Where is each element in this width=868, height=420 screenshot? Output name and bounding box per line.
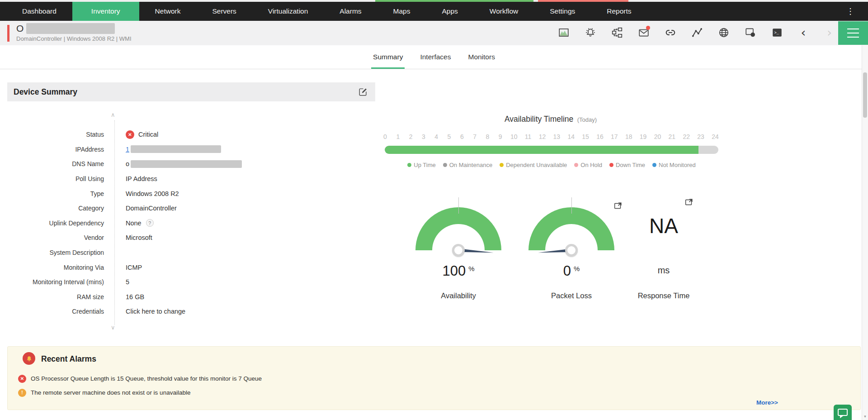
area-chart-icon[interactable]: [558, 27, 570, 38]
nav-item-workflow[interactable]: Workflow: [474, 2, 534, 21]
chat-widget-button[interactable]: [834, 405, 852, 420]
redacted-dns-name: [131, 160, 242, 168]
tab-summary[interactable]: Summary: [371, 45, 405, 69]
scrollbar-down-arrow[interactable]: ▾: [862, 414, 868, 419]
hour-tick-label: 2: [408, 133, 414, 140]
legend-dot: [443, 163, 447, 167]
nav-item-apps[interactable]: Apps: [426, 2, 473, 21]
legend-label: Up Time: [414, 162, 435, 168]
field-row-poll-using: Poll UsingIP Address: [7, 172, 324, 186]
report-popup-icon[interactable]: [684, 197, 694, 207]
gauge-hub: [452, 244, 465, 257]
terminal-icon[interactable]: >_: [771, 27, 783, 38]
collapse-down-caret[interactable]: ∨: [111, 324, 115, 331]
hour-tick-label: 12: [539, 133, 546, 140]
response-time-unit: ms: [621, 265, 707, 276]
hamburger-menu-button[interactable]: [838, 21, 868, 45]
ip-address-link[interactable]: 1: [126, 146, 129, 153]
field-row-monitoring-interval-mins-: Monitoring Interval (mins)5: [7, 275, 324, 290]
alarm-bell-icon[interactable]: [585, 27, 596, 38]
hour-tick-label: 21: [669, 133, 676, 140]
hour-tick-label: 17: [611, 133, 618, 140]
field-value-text: 5: [126, 278, 129, 286]
workflow-icon[interactable]: [611, 27, 623, 38]
field-value-text: 16 GB: [126, 293, 144, 301]
more-alarms-link[interactable]: More>>: [756, 399, 778, 406]
legend-label: On Hold: [580, 162, 602, 168]
remote-session-icon[interactable]: $: [745, 27, 756, 38]
nav-item-maps[interactable]: Maps: [377, 2, 426, 21]
hour-tick-label: 9: [498, 133, 503, 140]
gauge-value: 100%: [415, 263, 501, 279]
svg-text:>_: >_: [774, 31, 779, 35]
gauge-label: Availability: [415, 291, 501, 300]
field-label: Uplink Dependency: [7, 220, 104, 227]
response-time-value: NA: [621, 214, 707, 238]
device-subtitle: DomainController | Windows 2008 R2 | WMI: [16, 35, 132, 42]
kebab-menu-icon[interactable]: ⋮: [846, 2, 854, 21]
field-label: Category: [7, 205, 104, 212]
nav-item-servers[interactable]: Servers: [196, 2, 252, 21]
gauge-value: 0%: [528, 263, 614, 279]
legend-label: On Maintenance: [449, 162, 492, 168]
alarm-message: The remote server machine does not exist…: [31, 389, 190, 396]
active-tab-underline: [371, 67, 405, 69]
availability-gauge: 100% Availability: [415, 197, 501, 250]
redacted-device-name: [26, 23, 115, 34]
top-nav: DashboardInventoryNetworkServersVirtuali…: [0, 2, 868, 21]
legend-item-dependent-unavailable: Dependent Unavailable: [500, 162, 567, 168]
nav-item-inventory[interactable]: Inventory: [72, 2, 139, 21]
vertical-scrollbar[interactable]: ▾: [862, 45, 868, 420]
hour-tick-label: 20: [654, 133, 661, 140]
tab-monitors[interactable]: Monitors: [466, 45, 496, 69]
nav-item-dashboard[interactable]: Dashboard: [6, 2, 72, 21]
legend-item-up-time: Up Time: [407, 162, 435, 168]
help-icon[interactable]: ?: [146, 219, 154, 227]
credentials-change-link[interactable]: Click here to change: [126, 308, 185, 315]
chevron-right-icon[interactable]: ›: [827, 27, 832, 38]
field-value: ✕Critical: [104, 130, 158, 139]
device-summary-header: Device Summary: [7, 82, 375, 101]
nav-item-virtualization[interactable]: Virtualization: [252, 2, 324, 21]
recent-alarms-panel: Recent Alarms ✕OS Processor Queue Length…: [7, 346, 861, 410]
alarm-row: !The remote server machine does not exis…: [18, 386, 262, 400]
gauge-label: Packet Loss: [528, 291, 614, 300]
hour-tick-label: 6: [459, 133, 465, 140]
hour-tick-label: 19: [640, 133, 647, 140]
report-popup-icon[interactable]: [613, 201, 623, 211]
chevron-left-icon[interactable]: ‹: [801, 27, 806, 38]
hour-tick-label: 18: [625, 133, 632, 140]
device-header-bar: O DomainController | Windows 2008 R2 | W…: [0, 21, 868, 45]
field-label: Vendor: [7, 234, 104, 241]
field-label: Credentials: [7, 308, 104, 315]
nav-item-alarms[interactable]: Alarms: [324, 2, 377, 21]
tab-interfaces[interactable]: Interfaces: [418, 45, 453, 69]
field-value-text: None: [126, 220, 142, 227]
field-row-vendor: VendorMicrosoft: [7, 230, 324, 245]
timeline-legend: Up TimeOn MaintenanceDependent Unavailab…: [385, 162, 718, 168]
device-info: O DomainController | Windows 2008 R2 | W…: [16, 23, 132, 42]
alarm-message: OS Processor Queue Length is 15 Queue, t…: [31, 375, 262, 382]
timeline-hour-axis: 0123456789101112131415161718192021222324: [382, 133, 719, 140]
line-graph-icon[interactable]: [691, 27, 703, 38]
link-icon[interactable]: [665, 27, 676, 38]
nav-item-settings[interactable]: Settings: [534, 2, 591, 21]
nav-item-network[interactable]: Network: [139, 2, 197, 21]
edit-pencil-icon[interactable]: [358, 87, 368, 97]
legend-dot: [652, 163, 656, 167]
field-value: IP Address: [104, 175, 157, 182]
legend-dot: [574, 163, 578, 167]
hour-tick-label: 7: [472, 133, 477, 140]
hour-tick-label: 23: [697, 133, 704, 140]
legend-item-on-maintenance: On Maintenance: [443, 162, 492, 168]
collapse-up-caret[interactable]: ∧: [111, 111, 115, 118]
hour-tick-label: 8: [485, 133, 490, 140]
redacted-ip-address: [131, 145, 221, 153]
scrollbar-thumb[interactable]: [863, 72, 867, 118]
mail-icon[interactable]: [638, 27, 650, 38]
nav-item-reports[interactable]: Reports: [591, 2, 647, 21]
field-row-dns-name: DNS Nameo: [7, 157, 324, 172]
field-value: Click here to change: [104, 308, 185, 315]
device-summary-title: Device Summary: [7, 82, 375, 101]
globe-icon[interactable]: [718, 27, 730, 38]
